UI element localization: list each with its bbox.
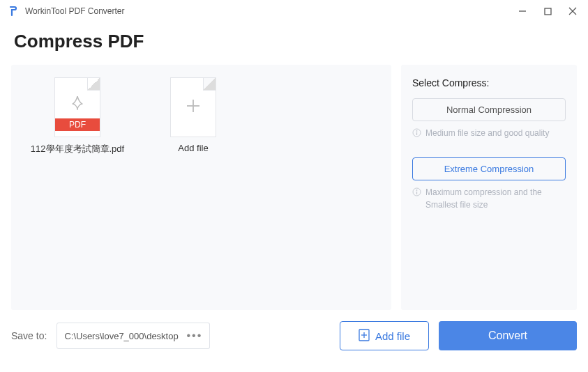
- page-corner-fold: [203, 78, 216, 91]
- add-file-button[interactable]: Add file: [340, 321, 429, 350]
- plus-icon: [183, 96, 203, 118]
- save-to-label: Save to:: [11, 330, 47, 341]
- save-path-input[interactable]: [56, 323, 189, 349]
- main-area: PDF 112學年度考試簡章.pdf Add file Select Compr…: [0, 65, 588, 310]
- compression-options-panel: Select Compress: Normal Compression Medi…: [401, 65, 577, 310]
- file-item[interactable]: PDF 112學年度考試簡章.pdf: [25, 77, 130, 155]
- save-path-wrap: •••: [56, 323, 210, 349]
- help-text: Maximum compression and the Smallest fil…: [425, 186, 566, 211]
- app-logo-icon: [8, 6, 20, 17]
- normal-compression-option[interactable]: Normal Compression: [412, 98, 566, 121]
- convert-button[interactable]: Convert: [439, 321, 577, 350]
- more-icon: •••: [186, 330, 202, 342]
- app-title: WorkinTool PDF Converter: [25, 6, 125, 16]
- window-controls: [515, 4, 580, 18]
- add-thumbnail: [170, 77, 216, 137]
- help-text: Medium file size and good quality: [425, 127, 549, 139]
- title-bar: WorkinTool PDF Converter: [0, 0, 588, 22]
- maximize-button[interactable]: [541, 4, 555, 18]
- svg-point-10: [416, 189, 418, 191]
- info-icon: [412, 128, 421, 141]
- bottom-bar: Save to: ••• Add file Convert: [0, 310, 588, 350]
- extreme-compression-option[interactable]: Extreme Compression: [412, 157, 566, 180]
- file-panel: PDF 112學年度考試簡章.pdf Add file: [11, 65, 391, 310]
- option-label: Normal Compression: [446, 104, 532, 115]
- adobe-pdf-icon: [68, 95, 86, 116]
- pdf-thumbnail: PDF: [54, 77, 100, 137]
- minimize-button[interactable]: [515, 4, 529, 18]
- add-file-plus-icon: [359, 329, 370, 343]
- option-label: Extreme Compression: [444, 164, 534, 174]
- compression-heading: Select Compress:: [412, 77, 566, 88]
- svg-rect-1: [545, 8, 551, 15]
- file-name: 112學年度考試簡章.pdf: [31, 143, 124, 155]
- page-corner-fold: [87, 78, 100, 91]
- normal-compression-help: Medium file size and good quality: [412, 127, 566, 141]
- pdf-band: PDF: [55, 118, 100, 131]
- convert-button-label: Convert: [488, 330, 527, 341]
- close-button[interactable]: [566, 4, 580, 18]
- extreme-compression-help: Maximum compression and the Smallest fil…: [412, 186, 566, 211]
- add-file-button-label: Add file: [375, 330, 410, 342]
- info-icon: [412, 187, 421, 200]
- add-file-label: Add file: [178, 143, 208, 153]
- titlebar-left: WorkinTool PDF Converter: [8, 6, 125, 17]
- browse-path-button[interactable]: •••: [179, 323, 210, 349]
- svg-point-7: [416, 130, 418, 132]
- page-title: Compress PDF: [0, 22, 588, 65]
- add-file-tile[interactable]: Add file: [170, 77, 216, 153]
